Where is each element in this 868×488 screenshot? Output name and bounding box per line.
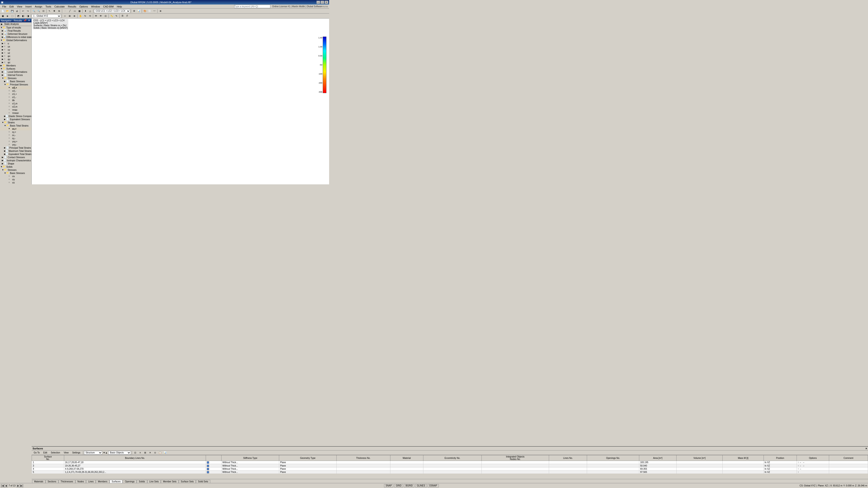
tree-item-6[interactable]: ▶○ux (0, 45, 31, 48)
view-combo[interactable]: 1 - Global XYZ (32, 14, 61, 18)
menu-file[interactable]: File (1, 5, 8, 8)
orbit-btn[interactable]: ⟲ (88, 14, 92, 18)
tree-item-28[interactable]: ▶📄Elastic Stress Components (0, 115, 31, 118)
menu-cadbim[interactable]: CAD-BIM (102, 5, 115, 8)
menu-edit[interactable]: Edit (8, 5, 15, 8)
tree-item-3[interactable]: ▶📊Differences to initial state (0, 35, 31, 39)
results-btn[interactable]: 📊 (136, 9, 141, 13)
menu-help[interactable]: Help (116, 5, 123, 8)
view-back[interactable]: ◩ (16, 14, 21, 18)
tree-item-24[interactable]: ○σ1,m (0, 102, 31, 105)
view-iso[interactable]: ◈ (5, 14, 10, 18)
hide-btn[interactable]: 👁 (94, 14, 98, 18)
load-btn[interactable]: ⬇ (83, 9, 88, 13)
view-top[interactable]: ⬚ (10, 14, 14, 18)
menu-tools[interactable]: Tools (44, 5, 53, 8)
tree-item-44[interactable]: ▼📁Solids (0, 165, 31, 168)
tree-item-42[interactable]: ▶📄Isotropic Characteristics (0, 159, 31, 162)
solid-btn[interactable]: ▦ (77, 9, 82, 13)
new-btn[interactable]: 📄 (0, 9, 5, 13)
addon-btn2[interactable]: F (125, 14, 129, 18)
tree-item-46[interactable]: ▼📁Basic Stresses (0, 171, 31, 175)
view-left[interactable]: ◧ (21, 14, 25, 18)
zoom-in-btn[interactable]: 🔍 (32, 9, 36, 13)
print-btn[interactable]: 🖨 (15, 9, 19, 13)
tree-item-21[interactable]: ○σ1,+ (0, 92, 31, 96)
navigator-close-btn[interactable]: ✕ (28, 19, 31, 22)
line-btn[interactable]: ╱ (68, 9, 72, 13)
navigator-pin-btn[interactable]: 📌 (23, 19, 27, 22)
tree-item-27[interactable]: ○τmean (0, 111, 31, 115)
tree-item-29[interactable]: ▶📄Equivalent Stresses (0, 118, 31, 121)
menu-view[interactable]: View (16, 5, 24, 8)
keyword-search[interactable] (234, 5, 270, 8)
tree-item-47[interactable]: ○σx (0, 175, 31, 178)
save-btn[interactable]: 💾 (10, 9, 14, 13)
tree-item-9[interactable]: ▶○φx (0, 55, 31, 58)
copy-btn[interactable]: ⧉ (57, 9, 61, 13)
tree-item-22[interactable]: ○σ1,- (0, 96, 31, 99)
grid-toggle[interactable]: ⊞ (67, 14, 72, 18)
tree-item-2[interactable]: ▶📊Deformed Structure (0, 32, 31, 35)
tree-item-35[interactable]: ○εy,- (0, 137, 31, 140)
tree-item-34[interactable]: ○εx,- (0, 133, 31, 137)
minimize-button[interactable]: — (316, 1, 320, 4)
move-btn[interactable]: ✥ (52, 9, 57, 13)
tree-item-5[interactable]: ▶○u (0, 42, 31, 45)
close-button[interactable]: ✕ (324, 1, 328, 4)
zoom-out-btn[interactable]: 🔍 (36, 9, 41, 13)
tree-item-0[interactable]: ▼📁Type of results (0, 26, 31, 29)
render-btn[interactable]: 🎨 (143, 9, 147, 13)
view-right[interactable]: ◨ (26, 14, 30, 18)
snap-btn[interactable]: ⊕ (158, 9, 163, 13)
menu-results[interactable]: Results (66, 5, 78, 8)
axis-toggle[interactable]: ⊕ (72, 14, 76, 18)
menu-calculate[interactable]: Calculate (53, 5, 66, 8)
tree-item-26[interactable]: ○τmax (0, 108, 31, 111)
rotate-btn[interactable]: ↻ (83, 14, 88, 18)
tree-item-36[interactable]: ○γxy,+ (0, 140, 31, 143)
window-controls[interactable]: — □ ✕ (316, 1, 328, 4)
tree-item-18[interactable]: ▼📁Principal Stresses (0, 83, 31, 86)
filter-btn[interactable]: ⊡ (103, 14, 108, 18)
tree-item-12[interactable]: ▶📁Members (0, 64, 31, 67)
measure-btn[interactable]: 📏 (110, 14, 114, 18)
tree-item-31[interactable]: ▼📁Basic Total Strains (0, 124, 31, 127)
menu-insert[interactable]: Insert (24, 5, 33, 8)
viewport[interactable]: CO2 - LC1 + LC2 + LC3 + LC4 Loads [kN/m²… (32, 19, 329, 184)
menu-window[interactable]: Window (90, 5, 101, 8)
pan-btn[interactable]: ✋ (78, 14, 83, 18)
tree-item-19[interactable]: ●σ2,+ (0, 86, 31, 89)
surf-btn[interactable]: ▭ (72, 9, 77, 13)
tree-item-49[interactable]: ○σz (0, 181, 31, 184)
tree-item-25[interactable]: ○σ2,m (0, 105, 31, 108)
tree-item-20[interactable]: ○σ2,- (0, 89, 31, 92)
tree-item-10[interactable]: ▶○φy (0, 58, 31, 61)
tree-item-16[interactable]: ▼📁Stresses (0, 76, 31, 80)
tree-item-33[interactable]: ○εy,+ (0, 130, 31, 133)
tree-item-8[interactable]: ▶○uz (0, 51, 31, 55)
tree-item-7[interactable]: ▶○uy (0, 48, 31, 51)
rf-addon-btn[interactable]: R (120, 14, 125, 18)
open-btn[interactable]: 📂 (5, 9, 10, 13)
navigator-tree[interactable]: ▼📁Type of results▶📊Final Results▶📊Deform… (0, 26, 31, 184)
show-btn[interactable]: 👁 (98, 14, 103, 18)
tree-item-43[interactable]: ▶📄Shape (0, 162, 31, 165)
tree-item-45[interactable]: ▼📁Stresses (0, 168, 31, 171)
tree-item-32[interactable]: ●εx,+ (0, 127, 31, 130)
undo-btn[interactable]: ↩ (21, 9, 25, 13)
tree-item-41[interactable]: ▶📄Contact Stresses (0, 156, 31, 159)
tree-item-37[interactable]: ○γxy,- (0, 143, 31, 146)
view-front[interactable]: ▣ (0, 14, 5, 18)
select-btn[interactable]: ↖ (47, 9, 52, 13)
tree-item-11[interactable]: ▶○φz (0, 61, 31, 64)
tree-item-13[interactable]: ▼📁Surfaces (0, 67, 31, 70)
tree-item-48[interactable]: ○σy (0, 178, 31, 181)
tree-item-4[interactable]: ▼📁Global Deformations (0, 39, 31, 42)
node-btn[interactable]: · (63, 9, 67, 13)
tree-item-38[interactable]: ▶📄Principal Total Strains (0, 146, 31, 149)
deform-btn[interactable]: 〰 (152, 9, 157, 13)
annotation-btn[interactable]: ✎ (114, 14, 119, 18)
redo-btn[interactable]: ↪ (26, 9, 30, 13)
tree-item-40[interactable]: ▶📄Equivalent Total Strains (0, 153, 31, 156)
